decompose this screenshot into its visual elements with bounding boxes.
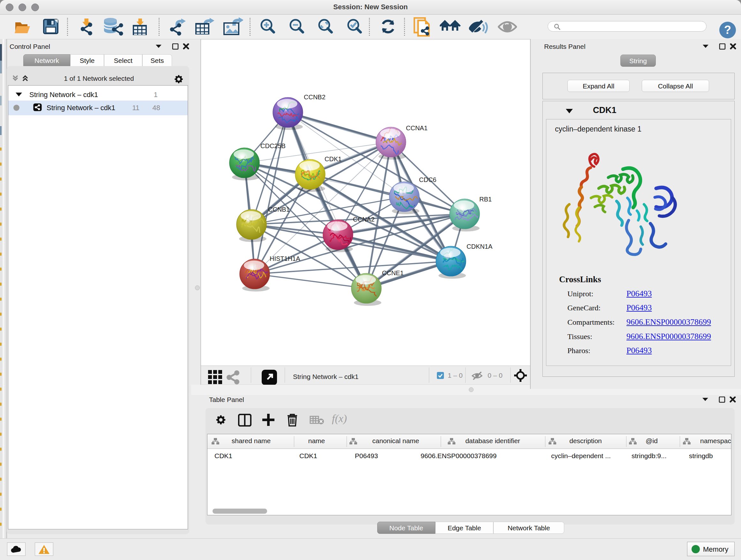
svg-text:CCNE1: CCNE1 [382,269,404,276]
svg-text:CDKN1A: CDKN1A [467,243,493,250]
svg-text:CCNB1: CCNB1 [268,206,290,213]
svg-text:HIST1H1A: HIST1H1A [270,255,300,262]
svg-text:CCNA1: CCNA1 [406,125,428,132]
svg-text:CDC6: CDC6 [419,176,436,183]
svg-text:CDC25B: CDC25B [260,142,286,149]
svg-text:CDK1: CDK1 [325,155,341,163]
svg-text:CCNA2: CCNA2 [353,216,375,223]
svg-text:CCNB2: CCNB2 [304,94,326,101]
svg-text:RB1: RB1 [479,196,492,203]
